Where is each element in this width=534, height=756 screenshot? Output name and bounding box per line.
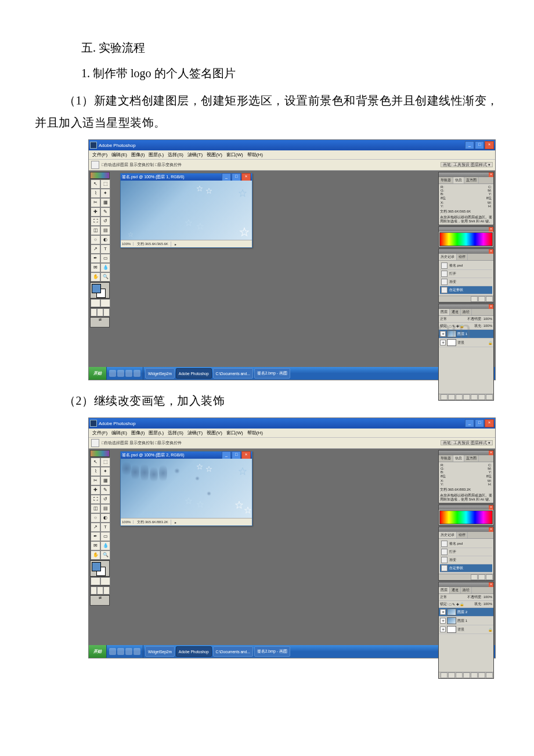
panel-close-icon[interactable]: × <box>489 582 493 587</box>
crop-tool[interactable]: ✂ <box>91 476 100 485</box>
blur-tool[interactable]: ○ <box>91 513 100 523</box>
menu-help[interactable]: 帮助(H) <box>246 151 264 159</box>
palette-well[interactable]: 画笔: 工具预设 图层样式 ▾ <box>441 440 493 445</box>
gradient-tool[interactable]: ▤ <box>100 504 110 513</box>
status-arrow-icon[interactable]: ▸ <box>175 242 176 246</box>
tab-navigator[interactable]: 导航器 <box>439 177 453 183</box>
crop-tool[interactable]: ✂ <box>91 198 100 207</box>
hand-tool[interactable]: ✋ <box>91 272 100 282</box>
close-button[interactable]: × <box>485 419 494 427</box>
menu-layer[interactable]: 图层(L) <box>147 429 165 437</box>
ql-icon[interactable] <box>117 370 124 377</box>
tool-preset-icon[interactable] <box>91 161 99 169</box>
path-tool[interactable]: ↗ <box>91 523 100 532</box>
menu-layer[interactable]: 图层(L) <box>147 151 165 159</box>
ql-icon[interactable] <box>109 648 116 655</box>
mask-button[interactable] <box>456 672 463 678</box>
history-item[interactable]: 自定形状 <box>440 564 492 573</box>
eyedropper-tool[interactable]: 💧 <box>100 263 110 272</box>
task-button[interactable]: 签名2.bmp - 画图 <box>254 368 290 379</box>
zoom-level[interactable]: 100% <box>122 242 134 246</box>
doc-minimize[interactable]: _ <box>222 173 231 181</box>
menu-view[interactable]: 视图(V) <box>205 151 223 159</box>
panel-close-icon[interactable]: × <box>489 527 493 532</box>
new-snapshot-button[interactable] <box>471 574 478 580</box>
visibility-icon[interactable]: 👁 <box>440 618 446 624</box>
fx-button[interactable] <box>448 672 455 678</box>
tab-paths[interactable]: 路径 <box>461 309 472 315</box>
menu-filter[interactable]: 滤镜(T) <box>186 429 204 437</box>
tab-navigator[interactable]: 导航器 <box>439 455 453 462</box>
marquee-tool[interactable]: ⬚ <box>100 179 110 189</box>
marquee-tool[interactable]: ⬚ <box>100 458 110 467</box>
visibility-icon[interactable]: 👁 <box>440 627 446 632</box>
tab-histogram[interactable]: 直方图 <box>464 177 479 183</box>
menu-image[interactable]: 图像(I) <box>130 151 146 159</box>
visibility-icon[interactable]: 👁 <box>440 609 446 615</box>
delete-button[interactable] <box>486 574 493 580</box>
color-spectrum[interactable] <box>439 232 493 246</box>
doc-maximize[interactable]: □ <box>232 173 241 181</box>
panel-close-icon[interactable]: × <box>489 304 493 309</box>
menu-select[interactable]: 选择(S) <box>167 151 185 159</box>
link-button[interactable] <box>441 672 448 678</box>
eyedropper-tool[interactable]: 💧 <box>100 541 110 550</box>
brush-tool[interactable]: ✎ <box>100 207 110 217</box>
ql-icon[interactable] <box>109 370 116 377</box>
move-tool[interactable]: ↖ <box>91 458 100 467</box>
history-item[interactable]: 渐变 <box>440 278 492 286</box>
tab-info[interactable]: 信息 <box>453 455 464 462</box>
screen-mode-full[interactable] <box>103 308 110 316</box>
tool-preset-icon[interactable] <box>91 439 99 447</box>
quickmask-mode[interactable] <box>100 299 110 307</box>
screen-mode-full[interactable] <box>103 586 110 595</box>
status-arrow-icon[interactable]: ▸ <box>175 520 176 524</box>
ql-icon[interactable] <box>117 648 124 655</box>
eraser-tool[interactable]: ◫ <box>91 504 100 513</box>
panel-close-icon[interactable]: × <box>489 227 493 232</box>
tab-actions[interactable]: 动作 <box>457 532 468 538</box>
minimize-button[interactable]: _ <box>465 419 474 427</box>
screen-mode-standard[interactable] <box>91 586 97 595</box>
history-item[interactable]: 打开 <box>440 548 492 556</box>
mask-button[interactable] <box>456 394 463 400</box>
tab-channels[interactable]: 通道 <box>450 587 461 593</box>
menu-filter[interactable]: 滤镜(T) <box>186 151 204 159</box>
gradient-tool[interactable]: ▤ <box>100 226 110 235</box>
ql-icon[interactable] <box>125 370 132 377</box>
panel-close-icon[interactable]: × <box>489 249 493 254</box>
start-button[interactable]: 开始 <box>89 367 107 380</box>
foreground-color-swatch[interactable] <box>92 284 101 293</box>
pen-tool[interactable]: ✒ <box>91 254 100 263</box>
document-canvas[interactable] <box>121 459 252 518</box>
tab-info[interactable]: 信息 <box>453 177 464 183</box>
stamp-tool[interactable]: ⛶ <box>91 217 100 226</box>
task-button[interactable]: C:\Documents and... <box>213 368 253 379</box>
panel-close-icon[interactable]: × <box>489 172 493 177</box>
eraser-tool[interactable]: ◫ <box>91 226 100 235</box>
link-button[interactable] <box>441 394 448 400</box>
menu-edit[interactable]: 编辑(E) <box>110 151 128 159</box>
menu-file[interactable]: 文件(F) <box>91 151 109 159</box>
task-button[interactable]: C:\Documents and... <box>213 646 253 657</box>
task-button[interactable]: Adobe Photoshop <box>176 646 212 657</box>
tab-histogram[interactable]: 直方图 <box>464 455 479 462</box>
tab-actions[interactable]: 动作 <box>457 254 468 260</box>
ql-icon[interactable] <box>134 370 140 377</box>
notes-tool[interactable]: ✉ <box>91 541 100 550</box>
layer-row[interactable]: 👁 图层 1 <box>439 617 493 625</box>
brush-tool[interactable]: ✎ <box>100 485 110 495</box>
notes-tool[interactable]: ✉ <box>91 263 100 272</box>
new-layer-button[interactable] <box>478 672 485 678</box>
task-button[interactable]: Adobe Photoshop <box>176 368 212 379</box>
palette-well[interactable]: 画笔: 工具预设 图层样式 ▾ <box>441 162 493 167</box>
maximize-button[interactable]: □ <box>475 419 484 427</box>
screen-mode-full-menu[interactable] <box>97 586 103 595</box>
history-item[interactable]: 自定形状 <box>440 286 492 294</box>
heal-tool[interactable]: ✚ <box>91 485 100 495</box>
history-item[interactable]: 渐变 <box>440 556 492 564</box>
layer-row[interactable]: 👁 背景 🔒 <box>439 625 493 634</box>
menu-window[interactable]: 窗口(W) <box>225 151 244 159</box>
menu-edit[interactable]: 编辑(E) <box>110 429 128 437</box>
quickmask-mode[interactable] <box>100 577 110 585</box>
